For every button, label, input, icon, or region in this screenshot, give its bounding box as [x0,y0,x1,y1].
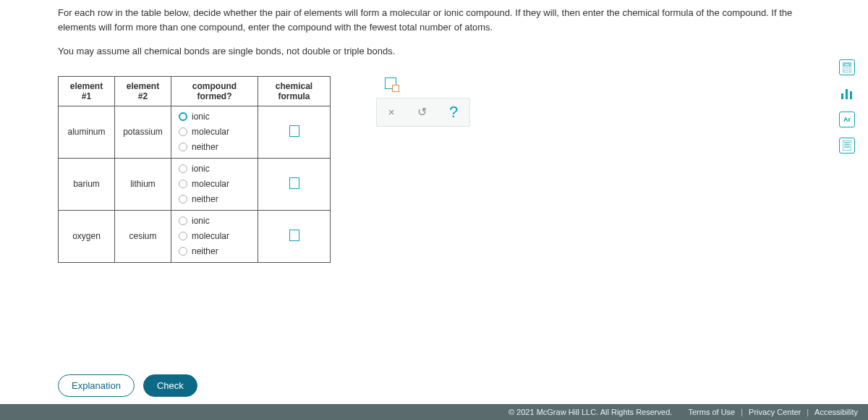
separator-icon: | [741,408,743,416]
reset-button[interactable]: ↺ [417,105,427,119]
subscript-tool-icon[interactable] [385,77,396,89]
svg-rect-8 [841,93,843,99]
row3-formula-cell [258,210,331,262]
row1-radio-molecular[interactable] [179,127,187,136]
svg-point-7 [848,70,850,71]
radio-label: ionic [192,216,210,226]
radio-label: ionic [192,164,210,174]
hint-panel: × ↺ ? [376,69,470,127]
row1-element1: aluminum [59,106,115,158]
row3-radio-neither[interactable] [179,247,187,256]
svg-point-2 [844,67,846,69]
row2-formula-cell [258,158,331,210]
bottom-bar: Explanation Check [0,374,868,404]
row3-compound-cell: ionic molecular neither [171,210,258,262]
row2-formula-input[interactable] [289,177,299,189]
radio-label: ionic [192,112,210,122]
hint-toolbar: × ↺ ? [376,98,470,127]
compound-table: element #1 element #2 compound formed? c… [58,76,331,263]
svg-point-6 [846,70,848,71]
question-text: For each row in the table below, decide … [0,0,868,59]
col-element-2: element #2 [115,76,171,106]
guide-icon[interactable] [839,138,855,154]
svg-point-4 [848,67,850,69]
footer-terms-link[interactable]: Terms of Use [688,408,735,416]
row1-formula-cell [258,106,331,158]
row2-compound-cell: ionic molecular neither [171,158,258,210]
calculator-icon[interactable] [839,59,855,75]
table-row: barium lithium ionic molecular neither [59,158,331,210]
clear-button[interactable]: × [388,106,395,118]
row2-radio-neither[interactable] [179,195,187,203]
question-p1: For each row in the table below, decide … [58,6,810,34]
row1-element2: potassium [115,106,171,158]
explanation-button[interactable]: Explanation [58,374,135,397]
radio-label: molecular [192,179,229,189]
check-button[interactable]: Check [143,374,197,397]
row3-formula-input[interactable] [289,230,299,241]
footer-copyright: © 2021 McGraw Hill LLC. All Rights Reser… [509,408,672,416]
radio-label: neither [192,194,218,204]
radio-label: molecular [192,231,229,241]
svg-rect-9 [846,89,848,99]
row2-radio-molecular[interactable] [179,180,187,188]
row3-radio-ionic[interactable] [179,217,187,225]
table-row: aluminum potassium ionic molecular neith… [59,106,331,158]
table-row: oxygen cesium ionic molecular neither [59,210,331,262]
col-element-1: element #1 [59,76,115,106]
help-button[interactable]: ? [449,103,458,122]
row3-element1: oxygen [59,210,115,262]
footer: © 2021 McGraw Hill LLC. All Rights Reser… [0,404,868,420]
row1-radio-ionic[interactable] [179,112,187,121]
row1-radio-neither[interactable] [179,143,187,151]
svg-point-5 [844,70,846,71]
work-area: element #1 element #2 compound formed? c… [0,69,868,270]
col-compound: compound formed? [171,76,258,106]
footer-accessibility-link[interactable]: Accessibility [814,408,858,416]
svg-rect-11 [843,140,851,151]
separator-icon: | [807,408,809,416]
side-tools: Ar [839,59,855,154]
radio-label: molecular [192,127,229,137]
question-p2: You may assume all chemical bonds are si… [58,44,810,59]
row3-radio-molecular[interactable] [179,232,187,240]
radio-label: neither [192,142,218,152]
radio-label: neither [192,246,218,256]
row1-compound-cell: ionic molecular neither [171,106,258,158]
row2-element1: barium [59,158,115,210]
periodic-table-icon[interactable]: Ar [839,112,855,127]
row1-formula-input[interactable] [289,125,299,137]
svg-rect-10 [850,91,852,99]
bar-chart-icon[interactable] [839,85,855,101]
row2-element2: lithium [115,158,171,210]
row2-radio-ionic[interactable] [179,164,187,173]
svg-rect-1 [844,64,850,66]
hint-top [376,69,470,98]
svg-point-3 [846,67,848,69]
row3-element2: cesium [115,210,171,262]
footer-privacy-link[interactable]: Privacy Center [749,408,801,416]
col-formula: chemical formula [258,76,331,106]
